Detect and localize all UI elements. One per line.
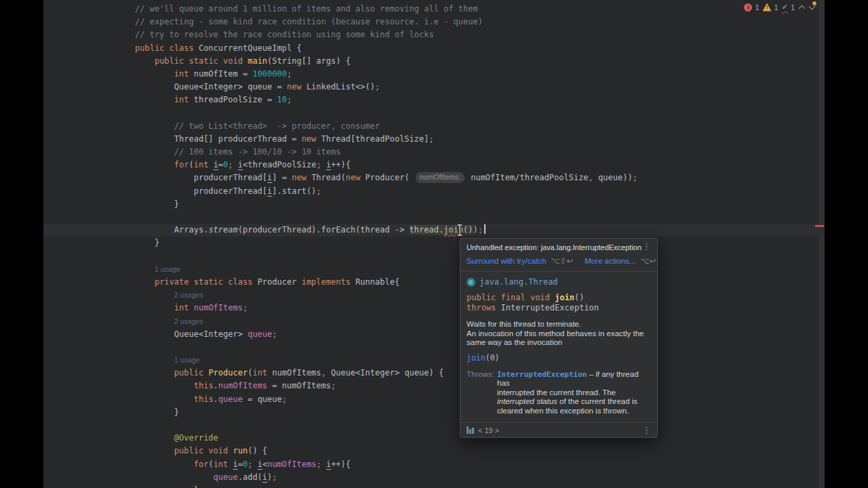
code-line-38[interactable]: } <box>135 484 637 488</box>
code-editor[interactable]: // we'll queue around 1 million of items… <box>43 0 825 488</box>
error-count: 1 <box>755 3 759 12</box>
code-line-9[interactable] <box>135 107 637 120</box>
doc-class-link[interactable]: java.lang.Thread <box>479 277 558 287</box>
code-line-3[interactable]: // try to resolve the race condition usi… <box>135 28 637 41</box>
editor-scrollbar[interactable] <box>818 0 825 488</box>
error-stripe-mark[interactable] <box>815 225 824 227</box>
throws-label: Throws: <box>467 370 497 416</box>
prev-problem-chevron-icon[interactable] <box>798 4 805 11</box>
warning-count: 1 <box>774 3 778 12</box>
popup-title: Unhandled exception: java.lang.Interrupt… <box>467 243 642 251</box>
typo-check-icon: ✓ <box>782 3 788 12</box>
code-line-4[interactable]: public class ConcurrentQueueImpl { <box>135 42 637 55</box>
inspections-widget[interactable]: ! 1 ! 1 ✓ 1 <box>744 3 815 12</box>
code-line-35[interactable]: public void run() { <box>135 445 637 458</box>
code-line-15[interactable]: producerThread[i].start(); <box>135 185 637 198</box>
surround-try-catch-action[interactable]: Surround with try/catch <box>467 257 547 265</box>
error-banner: Unhandled exception: java.lang.Interrupt… <box>460 239 657 272</box>
jdk-icon <box>467 426 474 434</box>
code-line-14[interactable]: producerThread[i] = new Thread(new Produ… <box>135 171 637 184</box>
class-icon: C <box>467 278 475 287</box>
mouse-ibeam-cursor <box>456 224 464 237</box>
code-line-18[interactable]: Arrays.stream(producerThread).forEach(th… <box>135 224 637 237</box>
warning-icon: ! <box>763 3 772 12</box>
join-method-args: (0) <box>486 353 500 363</box>
popup-footer-menu-icon[interactable]: ⋮ <box>642 427 651 434</box>
code-line-13[interactable]: for(int i=0; i<threadPoolSize; i++){ <box>135 159 637 171</box>
popup-menu-icon[interactable]: ⋮ <box>642 243 651 250</box>
code-line-1[interactable]: // we'll queue around 1 million of items… <box>135 3 637 16</box>
code-line-10[interactable]: // two List<thread> -> producer, consume… <box>135 120 637 133</box>
typo-count: 1 <box>791 3 795 12</box>
next-problem-chevron-icon[interactable] <box>808 4 815 11</box>
code-line-36[interactable]: for(int i=0; i<numOfItems; i++){ <box>135 458 637 471</box>
code-line-37[interactable]: queue.add(i); <box>135 471 637 484</box>
doc-description: Waits for this thread to terminate.An in… <box>467 320 651 348</box>
error-icon: ! <box>744 3 752 12</box>
more-actions-action[interactable]: More actions... <box>585 257 635 265</box>
more-actions-shortcut: ⌥↩ <box>641 256 656 266</box>
code-line-12[interactable]: // 100 items -> 100/10 -> 10 items <box>135 146 637 159</box>
code-line-2[interactable]: // expecting - some kind race condition … <box>135 16 637 28</box>
code-line-6[interactable]: int numOfItem = 1000000; <box>135 68 637 81</box>
code-line-8[interactable]: int threadPoolSize = 10; <box>135 94 637 106</box>
code-line-17[interactable] <box>135 211 637 224</box>
doc-signature: public final void join()throws Interrupt… <box>467 293 651 313</box>
doc-invocation[interactable]: join(0) <box>467 353 651 363</box>
code-line-7[interactable]: Queue<Integer> queue = new LinkedList<>(… <box>135 81 637 94</box>
text-caret <box>484 224 486 234</box>
documentation-section: C java.lang.Thread public final void joi… <box>460 272 657 422</box>
popup-footer: < 19 > ⋮ <box>460 422 657 437</box>
code-line-16[interactable]: } <box>135 198 637 211</box>
doc-throws-text: InterruptedException – if any thread has… <box>497 370 651 416</box>
code-line-5[interactable]: public static void main(String[] args) { <box>135 55 637 68</box>
code-line-11[interactable]: Thread[] producerThread = new Thread[thr… <box>135 133 637 146</box>
error-doc-popup: Unhandled exception: java.lang.Interrupt… <box>460 238 658 438</box>
surround-shortcut: ⌥⇧↩ <box>551 256 574 266</box>
jdk-version: < 19 > <box>478 426 499 434</box>
notification-dot <box>812 1 816 5</box>
join-method-link[interactable]: join <box>467 353 486 363</box>
